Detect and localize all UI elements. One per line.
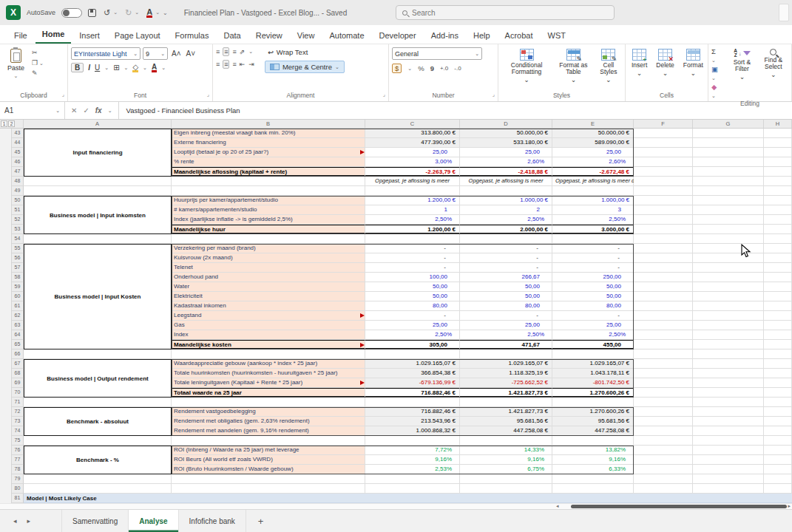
cell-E79[interactable]	[552, 474, 634, 484]
outline-gutter[interactable]	[0, 167, 12, 177]
cell-H60[interactable]	[764, 292, 792, 301]
model-case-label[interactable]: Model | Most Likely Case	[24, 494, 792, 503]
cell-D54[interactable]	[460, 234, 552, 244]
cell-E47[interactable]: -2.672,48 €	[552, 167, 634, 177]
cell-E54[interactable]	[552, 234, 634, 244]
align-top-icon[interactable]: ≡	[216, 48, 219, 55]
cell-B44[interactable]: Externe financiering	[172, 138, 365, 148]
outline-gutter[interactable]	[0, 292, 12, 301]
section-label-business-model-output-rendement[interactable]: Business model | Output rendement	[24, 359, 172, 398]
cell-G49[interactable]	[693, 186, 764, 196]
cell-F49[interactable]	[634, 186, 693, 196]
cell-D78[interactable]: 6,75%	[460, 465, 552, 474]
cell-F73[interactable]	[634, 417, 693, 426]
cell-F78[interactable]	[634, 465, 693, 474]
cell-G54[interactable]	[693, 234, 764, 244]
new-sheet-button[interactable]: +	[246, 510, 276, 532]
cell-E76[interactable]: 13,82%	[552, 446, 634, 455]
italic-button[interactable]: I	[88, 64, 90, 72]
cell-G77[interactable]	[693, 455, 764, 465]
row-header-74[interactable]: 74	[12, 426, 24, 436]
cell-G58[interactable]	[693, 273, 764, 282]
row-header-65[interactable]: 65	[12, 340, 24, 349]
cell-F66[interactable]	[634, 349, 693, 359]
cell-F79[interactable]	[634, 474, 693, 484]
cell-F75[interactable]	[634, 436, 693, 446]
outline-gutter[interactable]	[0, 494, 12, 503]
cell-D46[interactable]: 2,60%	[460, 157, 552, 167]
cell-F74[interactable]	[634, 426, 693, 436]
clipboard-dialog-launcher[interactable]: ⌟	[62, 90, 64, 99]
cell-E59[interactable]: 50,00	[552, 282, 634, 292]
cell-D75[interactable]	[460, 436, 552, 446]
cell-C63[interactable]: 25,00	[365, 321, 460, 330]
cell-C43[interactable]: 313.800,00 €	[365, 129, 460, 138]
row-header-49[interactable]: 49	[12, 186, 24, 196]
cell-F43[interactable]	[634, 129, 693, 138]
outline-gutter[interactable]	[0, 263, 12, 273]
decrease-decimal-icon[interactable]: -.0	[454, 65, 461, 72]
sheet-tab-samenvatting[interactable]: Samenvatting	[61, 510, 129, 532]
row-header-67[interactable]: 67	[12, 359, 24, 369]
shrink-font-icon[interactable]: A˅	[185, 50, 197, 58]
column-header-G[interactable]: G	[693, 120, 764, 128]
increase-indent-icon[interactable]: ⇥	[248, 61, 254, 68]
cell-H46[interactable]	[764, 157, 792, 167]
comma-style-icon[interactable]: 9	[430, 64, 434, 72]
cell-D53[interactable]: 2.000,00 €	[460, 225, 552, 234]
row-header-57[interactable]: 57	[12, 263, 24, 273]
outline-gutter[interactable]	[0, 484, 12, 494]
outline-gutter[interactable]	[0, 157, 12, 167]
clear-icon[interactable]: ◆ ⌄	[711, 83, 720, 99]
cell-E74[interactable]: 447.258,08 €	[552, 426, 634, 436]
cell-D64[interactable]: 2,50%	[460, 330, 552, 340]
cell-E64[interactable]: 2,50%	[552, 330, 634, 340]
cell-B65[interactable]: Maandelijkse kosten	[172, 340, 365, 349]
conditional-formatting-button[interactable]: Conditional Formatting⌄	[501, 47, 552, 85]
cell-D60[interactable]: 50,00	[460, 292, 552, 301]
section-label-input-financiering[interactable]: Input financiering	[24, 129, 172, 177]
cell-H68[interactable]	[764, 369, 792, 378]
cell-B45[interactable]: Looptijd (betaal je op 20 of 25 jaar?)	[172, 148, 365, 157]
outline-gutter[interactable]	[0, 426, 12, 436]
row-header-45[interactable]: 45	[12, 148, 24, 157]
cell-G50[interactable]	[693, 196, 764, 205]
number-dialog-launcher[interactable]: ⌟	[493, 90, 495, 99]
cell-E43[interactable]: 50.000,00 €	[552, 129, 634, 138]
cell-B47[interactable]: Maandelijkse aflossing (kapitaal + rente…	[172, 167, 365, 177]
redo-icon[interactable]: ↻	[125, 8, 132, 18]
cell-B73[interactable]: Rendement met obligaties (gem. 2,63% ren…	[172, 417, 365, 426]
column-header-B[interactable]: B	[172, 120, 365, 128]
cell-E61[interactable]: 80,00	[552, 301, 634, 311]
cell-F63[interactable]	[634, 321, 693, 330]
cell-C58[interactable]: 100,00	[365, 273, 460, 282]
grow-font-icon[interactable]: A˄	[170, 50, 183, 58]
outline-gutter[interactable]	[0, 138, 12, 148]
cell-G68[interactable]	[693, 369, 764, 378]
cell-H80[interactable]	[764, 484, 792, 494]
font-dialog-launcher[interactable]: ⌟	[207, 90, 209, 99]
section-label-benchmark-absoluut[interactable]: Benchmark - absoluut	[24, 407, 172, 436]
cell-C50[interactable]: 1.200,00 €	[365, 196, 460, 205]
cell-D62[interactable]: -	[460, 311, 552, 321]
row-header-78[interactable]: 78	[12, 465, 24, 474]
cell-G78[interactable]	[693, 465, 764, 474]
cell-C51[interactable]: 1	[365, 205, 460, 215]
cell-G45[interactable]	[693, 148, 764, 157]
enter-icon[interactable]: ✓	[83, 106, 89, 115]
cell-D63[interactable]: 25,00	[460, 321, 552, 330]
cell-F58[interactable]	[634, 273, 693, 282]
outline-gutter[interactable]	[0, 340, 12, 349]
wrap-text-button[interactable]: ↩Wrap Text	[265, 47, 345, 57]
cut-button[interactable]: ✂	[32, 49, 44, 57]
merge-center-button[interactable]: Merge & Centre⌄	[265, 61, 345, 73]
cell-C65[interactable]: 305,00	[365, 340, 460, 349]
cell-G67[interactable]	[693, 359, 764, 369]
outline-gutter[interactable]	[0, 398, 12, 407]
sheet-nav-right-icon[interactable]: ▸	[27, 517, 31, 525]
cell-C77[interactable]: 9,16%	[365, 455, 460, 465]
sort-filter-button[interactable]: AZ↓ Sort & Filter⌄	[728, 47, 756, 82]
cell-F53[interactable]	[634, 225, 693, 234]
cell-C52[interactable]: 2,50%	[365, 215, 460, 225]
cell-B50[interactable]: Huurprijs per kamer/appartement/studio	[172, 196, 365, 205]
